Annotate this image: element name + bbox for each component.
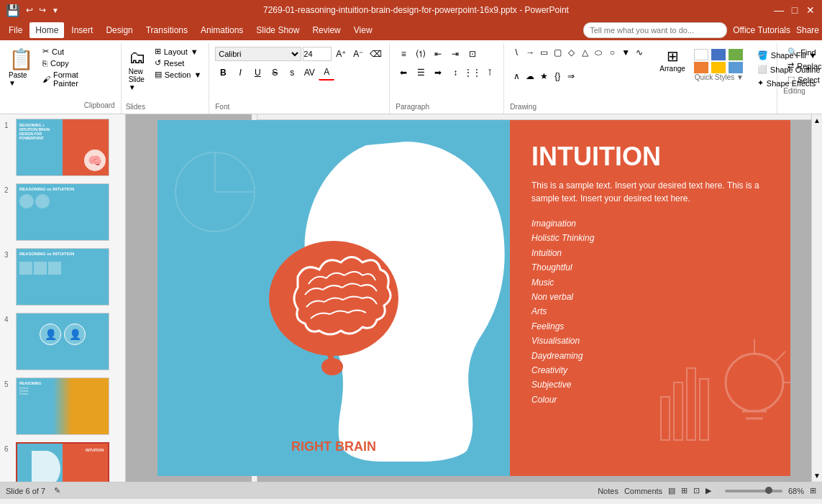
search-input[interactable] bbox=[583, 22, 727, 38]
decrease-indent-button[interactable]: ⇤ bbox=[430, 46, 446, 62]
cut-button[interactable]: ✂ Cut bbox=[40, 46, 81, 57]
menu-animations[interactable]: Animations bbox=[195, 22, 249, 38]
arrange-button[interactable]: ⊞ Arrange bbox=[657, 46, 688, 92]
quick-style-4[interactable] bbox=[694, 62, 708, 73]
scroll-up-button[interactable]: ▲ bbox=[811, 114, 822, 127]
decrease-font-button[interactable]: A⁻ bbox=[350, 46, 366, 62]
shape-triangle[interactable]: △ bbox=[578, 46, 591, 59]
shape-curve[interactable]: ∿ bbox=[633, 46, 646, 59]
bold-button[interactable]: B bbox=[215, 65, 231, 81]
slide-thumbnail-1[interactable]: REASONING + INTUITION BRAIN DESIGN FOR P… bbox=[16, 119, 109, 176]
align-left-button[interactable]: ⬅ bbox=[396, 65, 411, 81]
copy-button[interactable]: ⎘ Copy bbox=[40, 58, 81, 68]
line-spacing-button[interactable]: ↕ bbox=[447, 65, 463, 81]
quick-style-3[interactable] bbox=[729, 49, 743, 60]
menu-insert[interactable]: Insert bbox=[65, 22, 99, 38]
shape-callout[interactable]: ☁ bbox=[524, 70, 536, 83]
office-tutorials-link[interactable]: Office Tutorials bbox=[733, 25, 790, 35]
menu-slideshow[interactable]: Slide Show bbox=[250, 22, 305, 38]
ribbon-collapse-button[interactable]: ∧ bbox=[819, 96, 822, 111]
scroll-down-button[interactable]: ▼ bbox=[811, 469, 822, 482]
increase-font-button[interactable]: A⁺ bbox=[333, 46, 349, 62]
notes-edit-icon[interactable]: ✎ bbox=[54, 486, 60, 495]
slide-sorter-button[interactable]: ⊞ bbox=[681, 486, 688, 495]
menu-file[interactable]: File bbox=[3, 22, 28, 38]
slideshow-button[interactable]: ▶ bbox=[705, 486, 711, 495]
shape-star[interactable]: ★ bbox=[537, 70, 550, 83]
menu-view[interactable]: View bbox=[348, 22, 378, 38]
font-name-select[interactable]: Calibri bbox=[215, 47, 301, 61]
normal-view-button[interactable]: ▤ bbox=[668, 486, 675, 495]
slide-thumbnail-3[interactable]: REASONING vs INTUITION bbox=[16, 248, 109, 306]
quick-style-2[interactable] bbox=[711, 49, 726, 60]
slide-thumbnail-5[interactable]: REASONING Text hereText hereText here bbox=[16, 377, 109, 435]
italic-button[interactable]: I bbox=[232, 65, 248, 81]
shape-more[interactable]: ▼ bbox=[619, 46, 632, 59]
redo-icon[interactable]: ↪ bbox=[39, 5, 46, 15]
fit-window-button[interactable]: ⊞ bbox=[810, 486, 816, 495]
shadow-button[interactable]: s bbox=[284, 65, 300, 81]
shape-bracket[interactable]: {} bbox=[551, 70, 564, 83]
shape-rect[interactable]: ▭ bbox=[537, 46, 550, 59]
shape-oval[interactable]: ○ bbox=[606, 46, 618, 59]
align-center-button[interactable]: ☰ bbox=[413, 65, 429, 81]
shape-diamond[interactable]: ◇ bbox=[565, 46, 577, 59]
menu-home[interactable]: Home bbox=[29, 22, 64, 38]
maximize-button[interactable]: □ bbox=[789, 4, 800, 16]
clear-format-button[interactable]: ⌫ bbox=[367, 46, 383, 62]
slide-thumbnail-2[interactable]: REASONING vs INTUITION bbox=[16, 183, 109, 241]
find-button[interactable]: 🔍 Find bbox=[783, 46, 822, 58]
select-button[interactable]: ⬚ Select ▼ bbox=[783, 73, 822, 86]
paste-button[interactable]: 📋 Paste ▼ bbox=[6, 46, 37, 111]
align-right-button[interactable]: ➡ bbox=[430, 65, 446, 81]
numbering-button[interactable]: ⑴ bbox=[413, 46, 429, 62]
close-button[interactable]: ✕ bbox=[805, 4, 816, 16]
menu-design[interactable]: Design bbox=[100, 22, 138, 38]
slide-thumb-2[interactable]: 2 REASONING vs INTUITION bbox=[3, 182, 122, 242]
notes-button[interactable]: Notes bbox=[598, 487, 618, 495]
replace-button[interactable]: ⇄ Replace bbox=[783, 60, 822, 72]
layout-button[interactable]: ⊞Layout ▼ bbox=[152, 46, 205, 57]
undo-icon[interactable]: ↩ bbox=[26, 5, 33, 15]
slide-thumb-5[interactable]: 5 REASONING Text hereText hereText here bbox=[3, 376, 122, 436]
slide-thumb-1[interactable]: 1 REASONING + INTUITION BRAIN DESIGN FOR… bbox=[3, 117, 122, 178]
menu-review[interactable]: Review bbox=[306, 22, 346, 38]
share-button[interactable]: Share bbox=[796, 25, 819, 35]
shape-arrow[interactable]: → bbox=[524, 46, 536, 59]
minimize-button[interactable]: — bbox=[773, 4, 785, 16]
shape-rounded-rect[interactable]: ▢ bbox=[551, 46, 564, 59]
shape-line[interactable]: \ bbox=[510, 46, 523, 59]
customize-icon[interactable]: ▼ bbox=[52, 6, 59, 14]
slide-thumbnail-4[interactable]: 👤 👤 bbox=[16, 313, 109, 370]
shape-cylinder[interactable]: ⬭ bbox=[592, 46, 605, 59]
format-painter-button[interactable]: 🖌 Format Painter bbox=[40, 70, 81, 88]
menu-transitions[interactable]: Transitions bbox=[140, 22, 193, 38]
increase-indent-button[interactable]: ⇥ bbox=[447, 46, 463, 62]
slide-thumbnail-6[interactable]: INTUITION RIGHT BRAIN bbox=[16, 442, 109, 482]
underline-button[interactable]: U bbox=[250, 65, 265, 81]
quick-style-1[interactable] bbox=[694, 49, 708, 60]
strikethrough-button[interactable]: S bbox=[267, 65, 283, 81]
quick-style-6[interactable] bbox=[729, 62, 743, 73]
slide-canvas[interactable]: RIGHT BRAIN bbox=[157, 120, 790, 476]
char-spacing-button[interactable]: AV bbox=[301, 65, 317, 81]
quick-style-5[interactable] bbox=[711, 62, 726, 73]
smart-art-button[interactable]: ⊡ bbox=[465, 46, 480, 62]
slide-thumb-4[interactable]: 4 👤 👤 bbox=[3, 311, 122, 372]
shape-freeform[interactable]: ∧ bbox=[510, 70, 523, 83]
reset-button[interactable]: ↺Reset bbox=[152, 58, 205, 68]
section-button[interactable]: ▤Section ▼ bbox=[152, 69, 205, 80]
bullets-button[interactable]: ≡ bbox=[396, 46, 411, 62]
reading-view-button[interactable]: ⊡ bbox=[693, 486, 700, 495]
slide-thumb-3[interactable]: 3 REASONING vs INTUITION bbox=[3, 247, 122, 307]
comments-button[interactable]: Comments bbox=[624, 487, 662, 495]
zoom-slider[interactable] bbox=[725, 490, 782, 492]
text-direction-button[interactable]: ⊺ bbox=[482, 65, 498, 81]
slide-thumb-6[interactable]: 6 INTUITION RIGHT BRAIN bbox=[3, 441, 122, 482]
new-slide-button[interactable]: 🗂 NewSlide ▼ bbox=[126, 46, 149, 93]
font-size-input[interactable] bbox=[303, 47, 332, 61]
columns-button[interactable]: ⋮⋮ bbox=[465, 65, 480, 81]
font-color-button[interactable]: A bbox=[319, 65, 334, 81]
save-icon[interactable]: 💾 bbox=[6, 4, 20, 17]
shape-block-arrow[interactable]: ⇒ bbox=[565, 70, 577, 83]
